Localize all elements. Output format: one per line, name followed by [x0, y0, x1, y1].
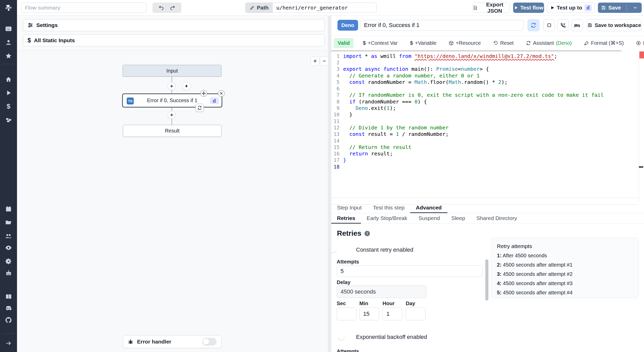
code-line[interactable]: 12 // Divide 1 by the random number: [331, 124, 604, 131]
delete-step-button[interactable]: [218, 90, 225, 97]
flow-summary-input[interactable]: [21, 3, 146, 13]
move-step-button[interactable]: [200, 90, 207, 97]
save-to-workspace-button[interactable]: Save to workspace: [587, 19, 641, 31]
windmill-logo[interactable]: [0, 2, 17, 13]
flow-node-result[interactable]: Result: [123, 125, 222, 137]
info-icon[interactable]: i: [365, 231, 370, 236]
code-line[interactable]: 9 Deno.exit(1);: [331, 105, 604, 111]
code-line[interactable]: 2: [331, 59, 604, 66]
rail-item-expand-sidebar[interactable]: [0, 338, 17, 349]
rail-item-apps[interactable]: [0, 23, 17, 34]
path-chip[interactable]: Path: [245, 3, 273, 13]
attempts-input[interactable]: [337, 266, 482, 277]
canvas-zoom-in-button[interactable]: +: [311, 56, 319, 66]
code-line[interactable]: 18: [331, 163, 604, 170]
save-dropdown-button[interactable]: [629, 3, 641, 13]
code-line[interactable]: 8 if (randomNumber === 0) {: [331, 98, 604, 105]
panel-splitter[interactable]: [328, 16, 331, 352]
rail-item-audit-logs[interactable]: [0, 242, 17, 253]
cursor-marker: [639, 166, 643, 168]
tab-retries[interactable]: Retries: [331, 213, 361, 224]
flow-node-input[interactable]: Input: [123, 65, 222, 77]
rail-item-runs[interactable]: [0, 87, 17, 99]
sec-input[interactable]: [337, 307, 357, 320]
rail-item-docs[interactable]: [0, 291, 17, 302]
tab-shared-directory[interactable]: Shared Directory: [471, 213, 523, 224]
code-line[interactable]: 13 const result = 1 / randomNumber;: [331, 131, 604, 137]
rail-item-discord[interactable]: [0, 303, 17, 314]
reset-button[interactable]: Reset: [487, 40, 520, 46]
early-stop-button[interactable]: [543, 19, 555, 31]
tab-step-input[interactable]: Step Input: [331, 203, 367, 213]
code-line[interactable]: 6: [331, 85, 604, 92]
form-scrollbar[interactable]: [485, 259, 488, 301]
tab-test-this-step[interactable]: Test this step: [367, 203, 410, 213]
explore-scripts-button[interactable]: Explore other s: [630, 40, 644, 46]
sleep-button[interactable]: [571, 19, 583, 31]
rail-item-folders[interactable]: [0, 217, 17, 228]
tab-advanced[interactable]: Advanced: [410, 203, 447, 213]
dollar-icon: $: [28, 37, 31, 44]
code-line[interactable]: 1import * as wmill from "https://deno.la…: [331, 53, 604, 59]
error-handler-toggle[interactable]: [202, 338, 217, 346]
format-button[interactable]: Format (⌘+S): [578, 40, 630, 46]
rail-item-variables[interactable]: $: [0, 101, 17, 112]
save-button[interactable]: Save: [598, 3, 624, 13]
delay-input[interactable]: [337, 286, 426, 298]
test-up-to-button[interactable]: Test up to d: [547, 3, 595, 13]
canvas-zoom-out-button[interactable]: −: [320, 56, 329, 66]
flow-settings-button[interactable]: Settings: [23, 19, 325, 31]
flow-node-step[interactable]: TS Error if 0, Success if 1 d: [122, 93, 222, 108]
retries-title: Retries: [337, 229, 361, 237]
tab-suspend[interactable]: Suspend: [413, 213, 446, 224]
day-input[interactable]: [406, 307, 426, 320]
rail-item-github[interactable]: [0, 314, 17, 326]
step-retry-indicator-button[interactable]: [196, 104, 204, 112]
test-flow-button[interactable]: Test flow: [513, 3, 544, 13]
rail-item-groups[interactable]: [0, 230, 17, 242]
flow-canvas[interactable]: + − Input + TS Error if 0, Success if 1 …: [17, 50, 328, 352]
code-line[interactable]: 5 const randomNumber = Math.floor(Math.r…: [331, 79, 604, 85]
rail-item-user[interactable]: [0, 37, 17, 48]
tab-early-stop[interactable]: Early Stop/Break: [361, 213, 413, 224]
rail-item-resources[interactable]: [0, 114, 17, 126]
code-line[interactable]: 3export async function main(): Promise<n…: [331, 66, 604, 72]
code-line[interactable]: 4 // Generate a random number, either 0 …: [331, 72, 604, 79]
redo-button[interactable]: [170, 5, 175, 11]
code-editor[interactable]: 1import * as wmill from "https://deno.la…: [331, 50, 644, 203]
code-line[interactable]: 17}: [331, 157, 604, 163]
undo-button[interactable]: [158, 5, 164, 11]
suspend-button[interactable]: [557, 19, 569, 31]
editor-overview-ruler[interactable]: [639, 50, 644, 203]
code-line[interactable]: 15 // Return the result: [331, 144, 604, 150]
editor-splitter-handle[interactable]: [331, 50, 621, 51]
code-line[interactable]: 10 }: [331, 111, 604, 118]
step-name-input[interactable]: [360, 20, 523, 31]
code-line[interactable]: 16 return result;: [331, 150, 604, 157]
add-resource-button[interactable]: +Resource: [443, 40, 487, 46]
assistant-button[interactable]: Assistant(Deno): [520, 40, 578, 46]
tab-sleep[interactable]: Sleep: [446, 213, 471, 224]
insert-step-below-button[interactable]: +: [168, 111, 176, 119]
code-line[interactable]: 7 // If randomNumber is 0, exit the scri…: [331, 92, 604, 98]
code-line[interactable]: 14: [331, 137, 604, 144]
all-static-inputs-button[interactable]: $ All Static Inputs: [23, 34, 325, 46]
rail-item-settings[interactable]: [0, 256, 17, 267]
error-handler-node[interactable]: Error handler: [123, 335, 222, 348]
rail-item-schedules[interactable]: [0, 203, 17, 215]
trigger-button[interactable]: [182, 82, 191, 90]
retries-indicator-button[interactable]: [528, 19, 539, 31]
rail-divider: [2, 64, 15, 64]
rail-item-favorites[interactable]: [0, 50, 17, 61]
insert-step-above-button[interactable]: +: [168, 82, 176, 90]
rail-item-home[interactable]: [0, 74, 17, 85]
add-variable-button[interactable]: $+Variable: [404, 40, 443, 46]
min-input[interactable]: [359, 307, 379, 320]
path-value[interactable]: u/henri/error_generator: [273, 3, 376, 13]
hour-input[interactable]: [383, 307, 402, 320]
code-line[interactable]: 11: [331, 118, 604, 124]
export-json-button[interactable]: Export JSON: [473, 3, 510, 13]
home-icon: [5, 76, 12, 83]
add-context-var-button[interactable]: $+Context Var: [357, 40, 404, 46]
rail-item-workers[interactable]: [0, 267, 17, 279]
